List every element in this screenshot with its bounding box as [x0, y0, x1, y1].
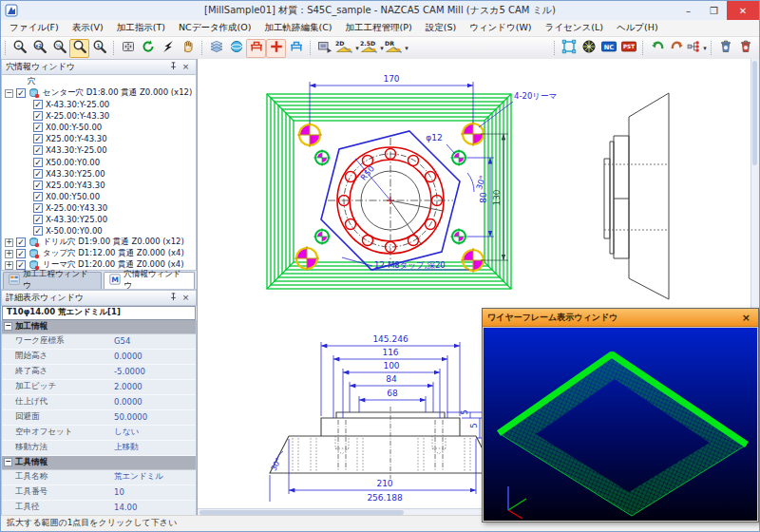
property-row[interactable]: 空中オフセットしない: [2, 426, 196, 441]
menu-item-view[interactable]: 表示(V): [66, 21, 110, 35]
dropdown-arrow-icon[interactable]: ▾: [703, 45, 707, 52]
checkbox[interactable]: ✓: [16, 88, 26, 98]
section-expander-icon[interactable]: −: [4, 322, 12, 331]
property-row[interactable]: 工具名称荒エンドミル: [2, 470, 196, 485]
menu-item-settings[interactable]: 設定(S): [419, 21, 463, 35]
menu-item-path-edit[interactable]: 加工軌跡編集(C): [258, 21, 339, 35]
checkbox[interactable]: ✓: [33, 134, 43, 143]
property-row[interactable]: 開始高さ0.0000: [2, 350, 196, 365]
wire-frame-button[interactable]: [559, 39, 579, 58]
menu-item-file[interactable]: ファイル(F): [3, 21, 66, 35]
property-row[interactable]: ワーク座標系G54: [2, 334, 196, 350]
zoom-half-button[interactable]: ½: [49, 39, 69, 58]
checkbox[interactable]: ✓: [33, 123, 43, 132]
menu-item-nc-create[interactable]: NCデータ作成(O): [172, 21, 258, 35]
zoom-actual-button[interactable]: 1: [89, 39, 109, 58]
tool-wheel-button[interactable]: [579, 39, 598, 58]
tree-expander-icon[interactable]: +: [5, 238, 13, 247]
tab-hole-info-window[interactable]: M穴情報ウィンドウ: [104, 272, 195, 289]
property-row[interactable]: 工具径14.00: [2, 501, 196, 516]
process-tree-button[interactable]: ▾: [687, 39, 707, 58]
property-row[interactable]: 終了高さ-5.0000: [2, 365, 196, 380]
tree-hole-item[interactable]: ✓X-50.00:Y0.00: [2, 225, 196, 237]
property-row[interactable]: 加工ピッチ2.0000: [2, 380, 196, 395]
pst-badge-button[interactable]: PST: [618, 39, 638, 58]
zoom-double-button[interactable]: x2: [29, 39, 49, 58]
add-process-button[interactable]: [266, 39, 286, 58]
vertical-scrollbar-thumb[interactable]: [752, 61, 757, 165]
menu-item-process-manage[interactable]: 加工工程管理(P): [339, 21, 419, 35]
tree-hole-item[interactable]: ✓X50.00:Y0.00: [2, 157, 196, 168]
nc-badge-button[interactable]: NC: [598, 39, 618, 58]
tree-root[interactable]: 穴: [2, 76, 196, 87]
tree-hole-item[interactable]: ✓X43.30:Y-25.00: [2, 144, 196, 156]
checkbox[interactable]: ✓: [33, 100, 43, 109]
fit-view-button[interactable]: [118, 39, 138, 58]
wireframe-3d-view[interactable]: [484, 328, 757, 521]
menu-item-license[interactable]: ライセンス(L): [539, 21, 610, 35]
checkbox[interactable]: ✓: [33, 145, 43, 155]
checkbox[interactable]: ✓: [33, 215, 43, 224]
panel-close-icon[interactable]: ×: [180, 62, 192, 71]
machine-blue-button[interactable]: [286, 39, 306, 58]
tree-hole-item[interactable]: ✓X-25.00:Y-43.30: [2, 110, 196, 122]
property-row[interactable]: 仕上げ代0.0000: [2, 395, 196, 410]
pin-icon[interactable]: [167, 62, 180, 72]
tree-expander-icon[interactable]: −: [5, 89, 13, 98]
checkbox[interactable]: ✓: [16, 238, 26, 247]
checkbox[interactable]: ✓: [33, 226, 43, 236]
mill-dr-button[interactable]: DR▾: [384, 39, 408, 58]
tab-process-window[interactable]: 加工工程ウィンドウ: [3, 272, 102, 289]
shade-view-button[interactable]: [226, 39, 246, 58]
zoom-previous-button[interactable]: «: [10, 39, 29, 58]
front-view[interactable]: 145.246 116 100 84 68 5 5 210 256.188 30…: [269, 334, 495, 502]
pin-icon[interactable]: [167, 293, 180, 303]
property-section-header[interactable]: −工具情報: [2, 456, 196, 470]
tree-group[interactable]: −✓センター穴 D1:8.00 貫通 Z0.000 (x12): [2, 87, 196, 99]
tool-selector[interactable]: T10φ14.00 荒エンドミル[1]: [2, 306, 196, 320]
simulation-button[interactable]: [314, 39, 334, 58]
close-button[interactable]: ✕: [727, 1, 759, 20]
zoom-window-button[interactable]: [69, 39, 89, 58]
property-section-header[interactable]: −加工情報: [2, 320, 196, 334]
maximize-button[interactable]: ❐: [701, 1, 727, 20]
checkbox[interactable]: ✓: [33, 180, 43, 190]
tree-hole-item[interactable]: ✓X-43.30:Y25.00: [2, 214, 196, 225]
tree-hole-item[interactable]: ✓X43.30:Y25.00: [2, 168, 196, 180]
panel-close-icon[interactable]: ×: [180, 293, 192, 302]
checkbox[interactable]: ✓: [33, 203, 43, 213]
mill-2d-button[interactable]: 2D▾: [334, 39, 359, 58]
wireframe-close-icon[interactable]: ×: [739, 312, 753, 324]
section-expander-icon[interactable]: −: [4, 458, 12, 466]
checkbox[interactable]: ✓: [33, 111, 43, 121]
property-row[interactable]: 回避面50.0000: [2, 410, 196, 426]
tree-expander-icon[interactable]: +: [5, 250, 13, 258]
tree-hole-item[interactable]: ✓X-25.00:Y43.30: [2, 202, 196, 214]
delete-all-button[interactable]: [735, 39, 755, 58]
checkbox[interactable]: ✓: [33, 169, 43, 179]
regenerate-button[interactable]: [138, 39, 158, 58]
machine-red-button[interactable]: [246, 39, 266, 58]
tree-hole-item[interactable]: ✓X25.00:Y-43.30: [2, 133, 196, 144]
checkbox[interactable]: ✓: [33, 158, 43, 167]
delete-partial-button[interactable]: [715, 39, 735, 58]
checkbox[interactable]: ✓: [16, 249, 26, 258]
tree-hole-item[interactable]: ✓X-43.30:Y-25.00: [2, 99, 196, 110]
redo-button[interactable]: [667, 39, 687, 58]
menu-item-help[interactable]: ヘルプ(H): [610, 21, 665, 35]
tree-expander-icon[interactable]: +: [5, 261, 13, 270]
property-row[interactable]: 移動方法上移動: [2, 441, 196, 456]
layers-button[interactable]: [206, 39, 226, 58]
menu-item-machining[interactable]: 加工指示(T): [110, 21, 172, 35]
tree-hole-item[interactable]: ✓X0.00:Y50.00: [2, 191, 196, 202]
checkbox[interactable]: ✓: [33, 192, 43, 201]
tree-hole-item[interactable]: ✓X0.00:Y-50.00: [2, 122, 196, 133]
quick-switch-button[interactable]: [158, 39, 178, 58]
dropdown-arrow-icon[interactable]: ▾: [405, 45, 408, 52]
wireframe-viewport[interactable]: [484, 328, 757, 521]
side-view[interactable]: [604, 93, 669, 299]
tree-hole-item[interactable]: ✓X25.00:Y43.30: [2, 180, 196, 191]
undo-button[interactable]: [647, 39, 667, 58]
tree-group[interactable]: +✓タップ穴 D1:12.00 貫通 Z0.000 (x4): [2, 248, 196, 259]
minimize-button[interactable]: –: [675, 1, 701, 20]
